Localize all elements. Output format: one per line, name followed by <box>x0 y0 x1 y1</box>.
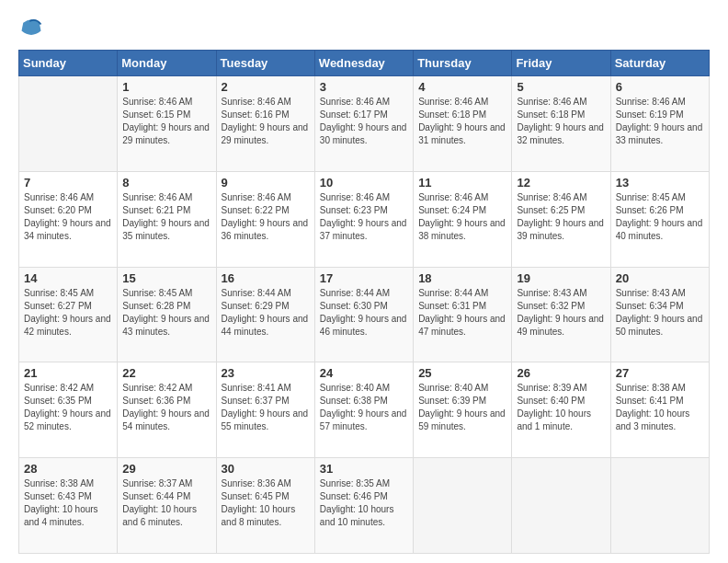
calendar-day-cell <box>610 458 709 554</box>
calendar-day-cell: 2Sunrise: 8:46 AMSunset: 6:16 PMDaylight… <box>216 76 314 172</box>
calendar-day-cell: 1Sunrise: 8:46 AMSunset: 6:15 PMDaylight… <box>118 76 216 172</box>
calendar-week-row: 21Sunrise: 8:42 AMSunset: 6:35 PMDayligh… <box>19 362 710 458</box>
day-number: 31 <box>320 462 408 476</box>
calendar-day-cell: 10Sunrise: 8:46 AMSunset: 6:23 PMDayligh… <box>314 171 413 267</box>
day-content: Sunrise: 8:37 AMSunset: 6:44 PMDaylight:… <box>122 477 210 529</box>
day-content: Sunrise: 8:46 AMSunset: 6:23 PMDaylight:… <box>320 191 408 243</box>
day-content: Sunrise: 8:44 AMSunset: 6:31 PMDaylight:… <box>418 287 506 339</box>
calendar-day-cell: 4Sunrise: 8:46 AMSunset: 6:18 PMDaylight… <box>414 76 512 172</box>
day-number: 16 <box>222 271 310 285</box>
day-content: Sunrise: 8:43 AMSunset: 6:32 PMDaylight:… <box>517 287 605 339</box>
weekday-header: Monday <box>118 51 216 76</box>
calendar-day-cell: 11Sunrise: 8:46 AMSunset: 6:24 PMDayligh… <box>414 171 512 267</box>
day-number: 24 <box>320 366 408 380</box>
calendar-day-cell: 29Sunrise: 8:37 AMSunset: 6:44 PMDayligh… <box>118 458 216 554</box>
calendar-day-cell: 16Sunrise: 8:44 AMSunset: 6:29 PMDayligh… <box>216 267 314 362</box>
day-content: Sunrise: 8:42 AMSunset: 6:35 PMDaylight:… <box>24 382 112 433</box>
day-content: Sunrise: 8:46 AMSunset: 6:25 PMDaylight:… <box>517 191 605 243</box>
day-number: 19 <box>517 271 605 285</box>
day-number: 29 <box>122 462 210 476</box>
day-number: 22 <box>122 366 210 380</box>
day-content: Sunrise: 8:45 AMSunset: 6:28 PMDaylight:… <box>122 287 210 339</box>
day-content: Sunrise: 8:40 AMSunset: 6:38 PMDaylight:… <box>320 382 408 433</box>
day-content: Sunrise: 8:46 AMSunset: 6:21 PMDaylight:… <box>122 191 210 243</box>
calendar-day-cell: 6Sunrise: 8:46 AMSunset: 6:19 PMDaylight… <box>610 76 709 172</box>
day-content: Sunrise: 8:40 AMSunset: 6:39 PMDaylight:… <box>418 382 506 433</box>
day-number: 5 <box>517 80 605 94</box>
weekday-header: Friday <box>512 51 610 76</box>
day-number: 26 <box>517 366 605 380</box>
day-content: Sunrise: 8:46 AMSunset: 6:19 PMDaylight:… <box>616 96 704 147</box>
day-number: 30 <box>222 462 310 476</box>
day-number: 13 <box>616 176 704 190</box>
calendar-day-cell: 24Sunrise: 8:40 AMSunset: 6:38 PMDayligh… <box>314 362 413 458</box>
day-content: Sunrise: 8:43 AMSunset: 6:34 PMDaylight:… <box>616 287 704 339</box>
day-number: 8 <box>122 176 210 190</box>
day-number: 1 <box>122 80 210 94</box>
day-number: 12 <box>517 176 605 190</box>
logo <box>18 15 48 40</box>
day-number: 20 <box>616 271 704 285</box>
day-content: Sunrise: 8:46 AMSunset: 6:20 PMDaylight:… <box>24 191 112 243</box>
weekday-header: Saturday <box>610 51 709 76</box>
day-number: 25 <box>418 366 506 380</box>
calendar-day-cell: 27Sunrise: 8:38 AMSunset: 6:41 PMDayligh… <box>610 362 709 458</box>
calendar-day-cell: 3Sunrise: 8:46 AMSunset: 6:17 PMDaylight… <box>314 76 413 172</box>
day-content: Sunrise: 8:38 AMSunset: 6:41 PMDaylight:… <box>616 382 704 433</box>
day-content: Sunrise: 8:45 AMSunset: 6:26 PMDaylight:… <box>616 191 704 243</box>
day-content: Sunrise: 8:46 AMSunset: 6:17 PMDaylight:… <box>320 96 408 147</box>
calendar-day-cell: 20Sunrise: 8:43 AMSunset: 6:34 PMDayligh… <box>610 267 709 362</box>
day-content: Sunrise: 8:46 AMSunset: 6:24 PMDaylight:… <box>418 191 506 243</box>
day-number: 11 <box>418 176 506 190</box>
header <box>18 15 710 40</box>
calendar-day-cell: 18Sunrise: 8:44 AMSunset: 6:31 PMDayligh… <box>414 267 512 362</box>
calendar-day-cell: 26Sunrise: 8:39 AMSunset: 6:40 PMDayligh… <box>512 362 610 458</box>
day-content: Sunrise: 8:42 AMSunset: 6:36 PMDaylight:… <box>122 382 210 433</box>
weekday-header: Tuesday <box>216 51 314 76</box>
day-number: 15 <box>122 271 210 285</box>
day-content: Sunrise: 8:44 AMSunset: 6:30 PMDaylight:… <box>320 287 408 339</box>
day-content: Sunrise: 8:41 AMSunset: 6:37 PMDaylight:… <box>222 382 310 433</box>
calendar-day-cell: 23Sunrise: 8:41 AMSunset: 6:37 PMDayligh… <box>216 362 314 458</box>
calendar-week-row: 28Sunrise: 8:38 AMSunset: 6:43 PMDayligh… <box>19 458 710 554</box>
day-content: Sunrise: 8:45 AMSunset: 6:27 PMDaylight:… <box>24 287 112 339</box>
calendar-day-cell: 19Sunrise: 8:43 AMSunset: 6:32 PMDayligh… <box>512 267 610 362</box>
calendar-header-row: SundayMondayTuesdayWednesdayThursdayFrid… <box>19 51 710 76</box>
day-number: 18 <box>418 271 506 285</box>
page: SundayMondayTuesdayWednesdayThursdayFrid… <box>0 0 728 563</box>
weekday-header: Thursday <box>414 51 512 76</box>
calendar-day-cell <box>19 76 118 172</box>
day-content: Sunrise: 8:39 AMSunset: 6:40 PMDaylight:… <box>517 382 605 433</box>
day-content: Sunrise: 8:36 AMSunset: 6:45 PMDaylight:… <box>222 477 310 529</box>
day-number: 3 <box>320 80 408 94</box>
calendar-day-cell: 9Sunrise: 8:46 AMSunset: 6:22 PMDaylight… <box>216 171 314 267</box>
logo-icon <box>18 15 44 40</box>
day-number: 10 <box>320 176 408 190</box>
day-content: Sunrise: 8:46 AMSunset: 6:18 PMDaylight:… <box>517 96 605 147</box>
day-number: 17 <box>320 271 408 285</box>
calendar-day-cell: 25Sunrise: 8:40 AMSunset: 6:39 PMDayligh… <box>414 362 512 458</box>
weekday-header: Sunday <box>19 51 118 76</box>
day-content: Sunrise: 8:46 AMSunset: 6:15 PMDaylight:… <box>122 96 210 147</box>
day-content: Sunrise: 8:46 AMSunset: 6:22 PMDaylight:… <box>222 191 310 243</box>
calendar-table: SundayMondayTuesdayWednesdayThursdayFrid… <box>18 50 710 554</box>
calendar-day-cell <box>512 458 610 554</box>
day-number: 2 <box>222 80 310 94</box>
day-number: 27 <box>616 366 704 380</box>
calendar-day-cell: 7Sunrise: 8:46 AMSunset: 6:20 PMDaylight… <box>19 171 118 267</box>
calendar-day-cell: 28Sunrise: 8:38 AMSunset: 6:43 PMDayligh… <box>19 458 118 554</box>
calendar-week-row: 14Sunrise: 8:45 AMSunset: 6:27 PMDayligh… <box>19 267 710 362</box>
day-number: 23 <box>222 366 310 380</box>
calendar-week-row: 7Sunrise: 8:46 AMSunset: 6:20 PMDaylight… <box>19 171 710 267</box>
weekday-header: Wednesday <box>314 51 413 76</box>
day-content: Sunrise: 8:44 AMSunset: 6:29 PMDaylight:… <box>222 287 310 339</box>
day-content: Sunrise: 8:38 AMSunset: 6:43 PMDaylight:… <box>24 477 112 529</box>
calendar-day-cell: 8Sunrise: 8:46 AMSunset: 6:21 PMDaylight… <box>118 171 216 267</box>
calendar-day-cell: 30Sunrise: 8:36 AMSunset: 6:45 PMDayligh… <box>216 458 314 554</box>
calendar-day-cell: 31Sunrise: 8:35 AMSunset: 6:46 PMDayligh… <box>314 458 413 554</box>
calendar-day-cell: 17Sunrise: 8:44 AMSunset: 6:30 PMDayligh… <box>314 267 413 362</box>
day-number: 14 <box>24 271 112 285</box>
calendar-week-row: 1Sunrise: 8:46 AMSunset: 6:15 PMDaylight… <box>19 76 710 172</box>
calendar-day-cell: 12Sunrise: 8:46 AMSunset: 6:25 PMDayligh… <box>512 171 610 267</box>
calendar-day-cell: 21Sunrise: 8:42 AMSunset: 6:35 PMDayligh… <box>19 362 118 458</box>
